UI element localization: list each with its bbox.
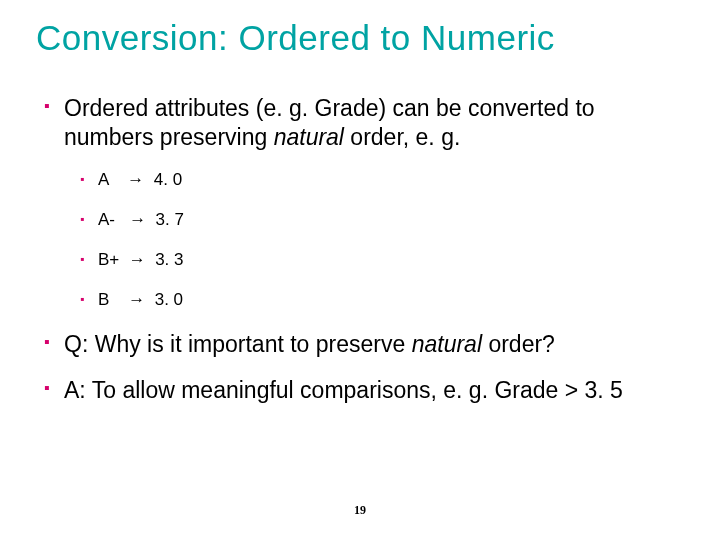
question-text-a: Q: Why is it important to preserve [64, 331, 412, 357]
grade-bp-text: B+ → 3. 3 [98, 250, 184, 269]
grade-item-b: B → 3. 0 [80, 290, 684, 310]
question-text-natural: natural [412, 331, 482, 357]
answer-text: A: To allow meaningful comparisons, e. g… [64, 377, 623, 403]
intro-text-natural: natural [274, 124, 344, 150]
intro-text-b: order, e. g. [344, 124, 460, 150]
slide-title: Conversion: Ordered to Numeric [36, 18, 684, 58]
grade-a-text: A → 4. 0 [98, 170, 182, 189]
grade-item-bplus: B+ → 3. 3 [80, 250, 684, 270]
grade-b-text: B → 3. 0 [98, 290, 183, 309]
question-text-b: order? [482, 331, 555, 357]
slide: Conversion: Ordered to Numeric Ordered a… [0, 0, 720, 540]
page-number: 19 [0, 503, 720, 518]
bullet-intro: Ordered attributes (e. g. Grade) can be … [44, 94, 684, 152]
bullet-answer: A: To allow meaningful comparisons, e. g… [44, 376, 684, 405]
grade-item-a: A → 4. 0 [80, 170, 684, 190]
grade-am-text: A- → 3. 7 [98, 210, 184, 229]
bullet-question: Q: Why is it important to preserve natur… [44, 330, 684, 359]
grade-item-aminus: A- → 3. 7 [80, 210, 684, 230]
